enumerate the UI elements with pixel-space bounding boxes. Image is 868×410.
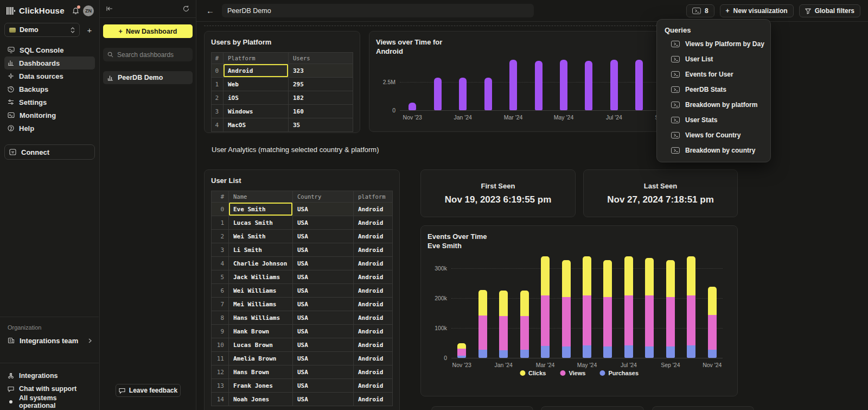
visualizations-count-badge[interactable]: 8 [686, 4, 714, 17]
sidebar-item-settings[interactable]: Settings [4, 96, 95, 109]
table-row[interactable]: 1Web295 [212, 78, 353, 91]
bar-aug-24[interactable] [635, 60, 643, 110]
query-item-peerdb-stats[interactable]: PeerDB Stats [665, 82, 770, 97]
bar-mar-24[interactable] [509, 60, 517, 110]
query-item-user-list[interactable]: User List [665, 52, 770, 67]
legend-item-purchases[interactable]: Purchases [599, 370, 639, 376]
bar-jun-24-purchases[interactable] [603, 346, 612, 358]
new-visualization-button[interactable]: + New visualization [720, 4, 794, 17]
bar-apr-24-views[interactable] [562, 297, 571, 346]
table-row[interactable]: 3Li SmithUSAAndroid [212, 243, 392, 257]
legend-item-views[interactable]: Views [560, 370, 585, 376]
bar-jan-24-views[interactable] [499, 316, 508, 350]
bar-nov-24-clicks[interactable] [708, 287, 717, 315]
bar-jan-24[interactable] [459, 78, 467, 110]
connect-button[interactable]: Connect [4, 144, 95, 160]
sidebar-item-help[interactable]: Help [4, 122, 95, 135]
query-item-breakdown-by-country[interactable]: Breakdown by country [665, 143, 770, 158]
bar-apr-24[interactable] [535, 61, 542, 110]
bar-nov-23-purchases[interactable] [457, 356, 466, 358]
table-row[interactable]: 2Wei SmithUSAAndroid [212, 230, 392, 243]
query-item-views-by-platform-by-day[interactable]: Views by Platform by Day [665, 36, 770, 52]
sidebar-item-monitoring[interactable]: Monitoring [4, 109, 95, 122]
table-row[interactable]: 13Frank JonesUSAAndroid [212, 379, 392, 393]
bar-dec-23-clicks[interactable] [478, 290, 487, 316]
dashboard-search[interactable] [103, 48, 193, 61]
query-item-breakdown-by-platform[interactable]: Breakdown by platform [665, 97, 770, 112]
bar-jun-24-views[interactable] [603, 297, 612, 346]
footer-item-chat-with-support[interactable]: Chat with support [4, 382, 95, 395]
bar-mar-24-clicks[interactable] [541, 256, 550, 295]
bar-jun-24[interactable] [585, 61, 592, 110]
table-row[interactable]: 10Lucas BrownUSAAndroid [212, 338, 392, 352]
bar-mar-24-purchases[interactable] [541, 346, 550, 358]
dashboard-item-peerdb-demo[interactable]: PeerDB Demo [103, 71, 193, 84]
sidebar-item-dashboards[interactable]: Dashboards [4, 56, 95, 70]
bar-nov-23-views[interactable] [457, 349, 466, 356]
table-row[interactable]: 4Charlie JohnsonUSAAndroid [212, 257, 392, 270]
query-item-events-for-user[interactable]: Events for User [665, 67, 770, 82]
team-selector[interactable]: Integrations team [4, 333, 95, 348]
table-row[interactable]: 1Lucas SmithUSAAndroid [212, 216, 392, 230]
bar-feb-24-views[interactable] [520, 316, 529, 350]
bar-jul-24-purchases[interactable] [624, 345, 633, 358]
query-item-user-stats[interactable]: User Stats [665, 112, 770, 128]
bar-oct-24-views[interactable] [687, 295, 695, 346]
bar-jul-24-clicks[interactable] [624, 256, 633, 295]
table-row[interactable]: 8Hans WilliamsUSAAndroid [212, 311, 392, 325]
bar-jan-24-clicks[interactable] [499, 291, 508, 316]
bar-apr-24-clicks[interactable] [562, 260, 571, 297]
add-workspace-button[interactable]: + [84, 24, 95, 35]
table-row[interactable]: 9Hank BrownUSAAndroid [212, 325, 392, 338]
bar-sep-24-clicks[interactable] [666, 260, 675, 297]
bar-feb-24-clicks[interactable] [520, 291, 529, 316]
table-row[interactable]: 7Mei WilliamsUSAAndroid [212, 298, 392, 311]
bar-jul-24-views[interactable] [624, 295, 633, 346]
bar-nov-24-purchases[interactable] [708, 350, 717, 358]
search-input[interactable] [117, 51, 188, 59]
dashboard-title-input[interactable] [222, 4, 534, 17]
global-filters-button[interactable]: Global filters [799, 4, 860, 17]
bar-aug-24-purchases[interactable] [645, 346, 654, 358]
table-row[interactable]: 0Android323 [212, 64, 353, 78]
bar-oct-24-purchases[interactable] [687, 345, 695, 358]
avatar[interactable]: ZN [83, 5, 94, 16]
bar-jan-24-purchases[interactable] [499, 350, 508, 358]
notification-bell-icon[interactable] [72, 7, 79, 14]
table-row[interactable]: 11Amelia BrownUSAAndroid [212, 352, 392, 365]
bar-jul-24[interactable] [610, 60, 618, 110]
bar-dec-23-purchases[interactable] [478, 350, 487, 358]
refresh-icon[interactable] [183, 5, 189, 12]
bar-sep-24-purchases[interactable] [666, 346, 675, 358]
footer-item-integrations[interactable]: Integrations [4, 369, 95, 382]
back-arrow-icon[interactable]: ← [206, 6, 214, 15]
bar-dec-23[interactable] [434, 78, 442, 110]
table-row[interactable]: 0Eve SmithUSAAndroid [212, 203, 392, 216]
table-row[interactable]: 14Noah JonesUSAAndroid [212, 393, 392, 406]
bar-dec-23-views[interactable] [478, 316, 487, 350]
table-row[interactable]: 5Jack WilliamsUSAAndroid [212, 270, 392, 284]
bar-nov-23[interactable] [409, 103, 416, 110]
table-row[interactable]: 4MacOS35 [212, 118, 353, 132]
bar-oct-24-clicks[interactable] [687, 256, 695, 295]
bar-nov-23-clicks[interactable] [457, 343, 466, 349]
query-item-views-for-country[interactable]: Views for Country [665, 128, 770, 143]
bar-nov-24-views[interactable] [708, 315, 717, 350]
bar-feb-24[interactable] [484, 78, 492, 110]
bar-may-24[interactable] [560, 60, 567, 110]
sidebar-item-backups[interactable]: Backups [4, 83, 95, 96]
collapse-sidebar-icon[interactable] [106, 6, 113, 11]
sidebar-item-data-sources[interactable]: Data sources [4, 70, 95, 83]
bar-may-24-purchases[interactable] [583, 345, 591, 358]
bar-may-24-views[interactable] [583, 295, 591, 345]
bar-aug-24-clicks[interactable] [645, 258, 654, 295]
sidebar-item-sql-console[interactable]: SQL Console [4, 43, 95, 56]
table-row[interactable]: 6Wei WilliamsUSAAndroid [212, 284, 392, 298]
bar-may-24-clicks[interactable] [583, 256, 591, 295]
leave-feedback-button[interactable]: Leave feedback [116, 384, 181, 397]
bar-mar-24-views[interactable] [541, 295, 550, 346]
table-row[interactable]: 3Windows160 [212, 105, 353, 118]
bar-apr-24-purchases[interactable] [562, 346, 571, 358]
new-dashboard-button[interactable]: + New Dashboard [103, 24, 193, 38]
bar-aug-24-views[interactable] [645, 295, 654, 346]
